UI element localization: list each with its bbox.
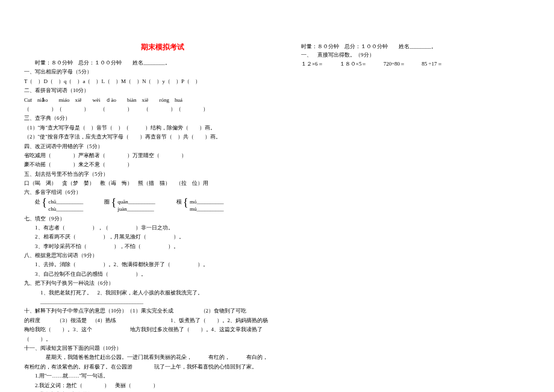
pinyin2a: quān__________ (117, 199, 155, 206)
section11-line2: 有粉红的，有淡紫色的。好看极了。在公园游 玩了一上午，我怀着喜悦的心情回到了家。 (24, 362, 271, 371)
right-page: 时量：８０分钟 总分：１００分钟 姓名________。 一、 直接写出得数。（… (289, 0, 554, 392)
right-section1-title: 一、 直接写出得数。（9分） (301, 51, 542, 59)
section5-content: 口（喝 渴） 贪（梦 婪） 教（诲 悔） 熊（描 猫） （拉 位）用 (24, 179, 271, 187)
char1: 处 (35, 199, 40, 205)
right-header: 时量：８０分钟 总分：１００分钟 姓名________。 (301, 42, 542, 51)
eq3: 720÷80＝ (384, 60, 405, 68)
pinyin3a: mó__________ (190, 199, 224, 206)
section11-q1: 1.用"一……就……"写一句话。 (24, 372, 271, 380)
section10-line1: 的程度 （3）很清楚 （4）熟练 1、饭煮熟了（ ）。2、妈妈摘熟的杨 (24, 316, 271, 325)
eq4: 85 ÷17＝ (422, 60, 442, 68)
eq2: １８０×5＝ (340, 60, 367, 68)
section11-q2: 2.我近义词：急忙（ ） 美丽（ ） (24, 381, 271, 390)
char2: 圈 (104, 199, 110, 205)
section10-title: 十、解释下列句子中带点字的意思（10分）（1）果实完全长成 （2）食物到了可吃 (24, 306, 271, 315)
section3-line1: （1）"海"查大写字母是（ ）音节（ ）（ ）结构，除偏旁（ ）画。 (24, 123, 271, 132)
polyphone-group: 处 { chū__________ chù__________ 圈 { quān… (24, 198, 271, 213)
section10-line2: 梅给我吃（ ）。3、这个 地方我到过多次很熟了（ ）。4、这篇文章我读熟了 (24, 325, 271, 334)
section7-title: 七、填空（9分） (24, 214, 271, 223)
section4-line1: 省吃减用（ ）严寒酷著（ ）万里睛空（ ） (24, 151, 271, 160)
section6-title: 六、多音字组词（6分） (24, 188, 271, 196)
section2-title: 二、看拼音写词语（10分） (24, 86, 271, 95)
pinyin3b: mú__________ (190, 206, 224, 213)
section7-line1: 1、有志者（ ），（ ）非一日之功。 (24, 223, 271, 232)
section7-line2: 2、相看两不厌（ ），月黑见渔灯（ ）。 (24, 232, 271, 241)
section9-title: 九、把下列句子换另一种说法（6分） (24, 279, 271, 287)
header-info: 时量：８０分钟 总分：１００分钟 姓名________。 (24, 58, 271, 67)
pinyin2b: juàn__________ (117, 206, 155, 213)
section4-title: 四、改正词语中用错的字（5分） (24, 142, 271, 151)
section4-line2: 豪不动摇（ ）来之不意（ ） (24, 160, 271, 169)
math-equations: １２×6＝ １８０×5＝ 720÷80＝ 85 ÷17＝ (301, 60, 542, 68)
section5-title: 五、划去括号里不恰当的字（5分） (24, 170, 271, 178)
section9-line1: 1、我把老鼠打死了。 2、我回到家，老人小孩的衣服被我洗完了。 (24, 288, 271, 297)
eq1: １２×6＝ (301, 60, 323, 68)
section8-line2: 3、自己控制不住自己的感情（ ）。 (24, 270, 271, 278)
section8-line1: 1、去掉。消除（ ）。2、饱满得都快胀开了（ ）。 (24, 260, 271, 269)
section1-content: T（ ）D（ ）q（ ）a（ ）L（ ）M（ ）N（ ）y（ ）P（ ） (24, 77, 271, 86)
pinyin1a: chū__________ (48, 199, 83, 206)
section11-line1: 星期天，我随爸爸急忙赶出公园。一进门就看到美丽的花朵， 有红的， 有白的， (24, 353, 271, 361)
left-page: 期末模拟考试 时量：８０分钟 总分：１００分钟 姓名________。 一、写出… (0, 0, 289, 392)
section2-pinyin: Cuī niǎo miáo xiě wèi ｄào biàn xiē róng … (24, 96, 271, 104)
section8-title: 八、根据意思写出词语（9分） (24, 251, 271, 260)
section3-line2: （2）"使"按音序查字法，应先查大写字母（ ）再查音节（ ）共（ ）画。 (24, 132, 271, 141)
char3: 模 (176, 199, 182, 205)
exam-title: 期末模拟考试 (54, 42, 271, 52)
section7-line3: 3、李时珍采药不怕（ ），不怕（ ）。 (24, 242, 271, 250)
section3-title: 三、查字典（6分） (24, 114, 271, 122)
pinyin1b: chù__________ (48, 206, 83, 213)
section2-blanks: （ ）（ ） （ ） （ ）（ ） (24, 105, 271, 113)
section11-title: 十一、阅读短文回答下面的问题（10分） (24, 344, 271, 352)
section10-line3: （ ）。 (24, 335, 271, 343)
section9-blank: ______________________________________ (24, 297, 271, 306)
section1-title: 一、写出相应的字母（5分） (24, 67, 271, 76)
